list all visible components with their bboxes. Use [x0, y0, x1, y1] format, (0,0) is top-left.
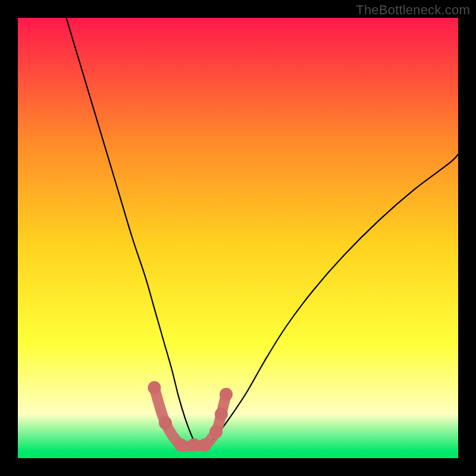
marker-dot	[215, 408, 228, 421]
bottleneck-curve	[66, 18, 458, 446]
chart-frame: TheBottleneck.com	[0, 0, 476, 476]
marker-dot	[199, 439, 212, 452]
marker-dot	[220, 388, 233, 401]
marker-dot	[174, 439, 187, 452]
curve-layer	[18, 18, 458, 458]
marker-dot	[209, 425, 223, 439]
marker-dot	[148, 381, 161, 394]
watermark-text: TheBottleneck.com	[356, 2, 470, 18]
marker-dot	[159, 416, 172, 430]
plot-area	[18, 18, 458, 458]
